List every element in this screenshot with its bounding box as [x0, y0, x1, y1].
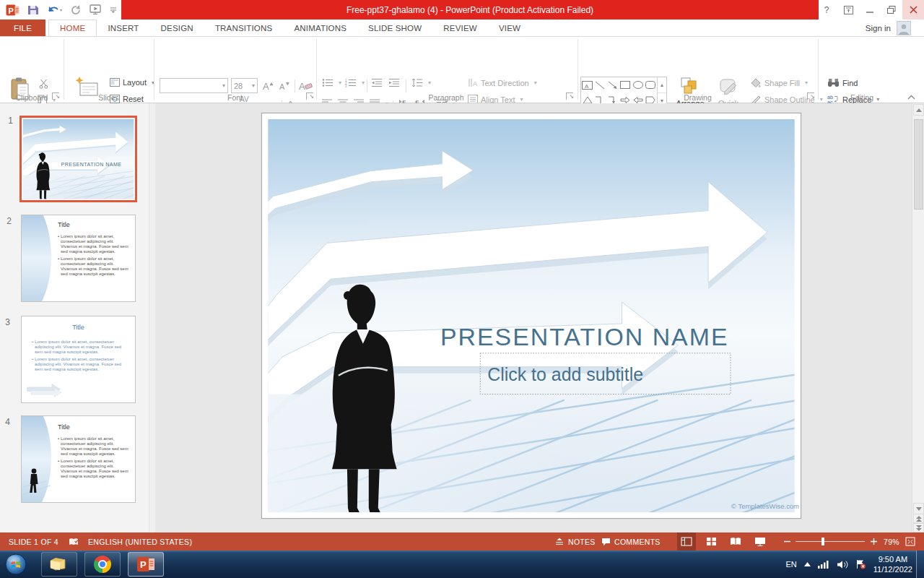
undo-button[interactable]: [47, 5, 63, 15]
tab-file[interactable]: FILE: [0, 20, 45, 36]
zoom-in-button[interactable]: [871, 532, 877, 551]
shape-textbox-icon[interactable]: A: [581, 77, 594, 92]
ribbon: Paste Clipboard New Slide Layout Rese: [0, 37, 924, 103]
clipboard-dialog-launcher[interactable]: [52, 92, 59, 100]
comments-button[interactable]: COMMENTS: [601, 532, 661, 551]
sign-in-link[interactable]: Sign in: [866, 20, 891, 37]
tab-view[interactable]: VIEW: [488, 20, 531, 36]
tab-design[interactable]: DESIGN: [150, 20, 204, 36]
ribbon-display-options-button[interactable]: [837, 0, 859, 20]
slide-thumbnail-1[interactable]: PRESENTATION NAME: [19, 116, 137, 202]
scrollbar-thumb[interactable]: [914, 119, 923, 210]
spell-check-icon[interactable]: [69, 532, 79, 551]
find-icon: [827, 78, 840, 87]
minimize-button[interactable]: [859, 0, 881, 20]
start-from-beginning-button[interactable]: [90, 4, 102, 15]
show-desktop-button[interactable]: [916, 551, 924, 578]
restore-button[interactable]: [881, 0, 902, 20]
shape-rectangle-icon[interactable]: [619, 77, 632, 92]
previous-slide-button[interactable]: [913, 514, 924, 523]
drawing-dialog-launcher[interactable]: [807, 92, 814, 100]
tab-home[interactable]: HOME: [48, 20, 97, 36]
scroll-down-button[interactable]: [913, 503, 924, 514]
language-switcher[interactable]: EN: [785, 560, 796, 569]
template-credit-text: © TemplatesWise.com: [731, 502, 799, 510]
quick-access-toolbar: P: [6, 1, 117, 18]
scroll-up-button[interactable]: [913, 104, 924, 116]
decrease-font-size-button[interactable]: A: [279, 78, 290, 93]
action-center-icon[interactable]: [855, 559, 866, 569]
subtitle-placeholder-text: Click to add subtitle: [487, 364, 643, 384]
taskbar-chrome-button[interactable]: [84, 552, 121, 577]
volume-icon[interactable]: [837, 560, 848, 569]
network-icon[interactable]: [818, 560, 829, 569]
shape-rounded-rectangle-icon[interactable]: [645, 77, 658, 92]
font-group-label: Font: [154, 93, 316, 102]
next-slide-button[interactable]: [913, 523, 924, 532]
zoom-out-button[interactable]: [784, 532, 790, 551]
close-button[interactable]: [902, 0, 924, 20]
font-name-combobox[interactable]: ▾: [160, 78, 228, 93]
find-button[interactable]: Find: [827, 78, 858, 87]
vertical-scrollbar[interactable]: [912, 103, 924, 532]
paragraph-dialog-launcher[interactable]: [566, 92, 573, 100]
slides-group-label: Slides: [64, 93, 154, 102]
shape-line-icon[interactable]: [594, 77, 607, 92]
increase-indent-button[interactable]: [388, 78, 400, 87]
title-bar: P Free-ppt37-ghalamo (4) - PowerPoint (P…: [0, 0, 924, 20]
font-size-combobox[interactable]: 28▾: [231, 78, 258, 93]
slideshow-view-button[interactable]: [751, 532, 770, 551]
help-button[interactable]: ?: [816, 0, 837, 20]
tab-animations[interactable]: ANIMATIONS: [283, 20, 357, 36]
editing-group-label: Editing: [818, 93, 906, 102]
increase-font-size-button[interactable]: A: [263, 78, 275, 93]
taskbar-clock[interactable]: 9:50 AM 11/12/2022: [873, 554, 912, 574]
customize-qat-button[interactable]: [110, 6, 117, 14]
gallery-scroll-up-icon[interactable]: ▲: [658, 77, 666, 93]
shape-oval-icon[interactable]: [632, 77, 645, 92]
zoom-slider-thumb[interactable]: [821, 538, 824, 545]
numbering-button[interactable]: 123: [345, 78, 365, 87]
shape-arrow-icon[interactable]: [606, 77, 619, 92]
text-direction-button[interactable]: A Text Direction: [468, 78, 537, 87]
zoom-percentage[interactable]: 79%: [884, 532, 899, 551]
shape-fill-button[interactable]: Shape Fill: [751, 78, 808, 87]
taskbar-explorer-button[interactable]: [41, 552, 77, 577]
thumb-3-arrow-graphic: [25, 381, 69, 398]
tab-slideshow[interactable]: SLIDE SHOW: [357, 20, 432, 36]
language-indicator[interactable]: ENGLISH (UNITED STATES): [88, 532, 192, 551]
svg-text:P: P: [140, 559, 147, 570]
cut-button[interactable]: [38, 78, 49, 89]
save-button[interactable]: [27, 4, 39, 16]
layout-button[interactable]: Layout: [110, 78, 154, 87]
slide-thumbnail-2[interactable]: Title •Lorem ipsum dolor sit amet, conse…: [21, 215, 136, 302]
notes-button[interactable]: NOTES: [554, 532, 596, 551]
show-hidden-icons-button[interactable]: [804, 562, 811, 566]
reading-view-button[interactable]: [726, 532, 745, 551]
slide-thumbnail-3[interactable]: Title •Lorem ipsum dolor sit amet, conse…: [21, 316, 136, 403]
tab-transitions[interactable]: TRANSITIONS: [204, 20, 284, 36]
slide-thumbnail-4[interactable]: Title •Lorem ipsum dolor sit amet, conse…: [21, 415, 136, 503]
decrease-indent-button[interactable]: [371, 78, 383, 87]
tab-review[interactable]: REVIEW: [432, 20, 488, 36]
collapse-ribbon-button[interactable]: [907, 95, 915, 100]
avatar[interactable]: [897, 21, 911, 35]
redo-button[interactable]: [71, 4, 82, 15]
font-dialog-launcher[interactable]: [306, 92, 313, 100]
slide-canvas[interactable]: PRESENTATION NAME Click to add subtitle …: [261, 113, 801, 519]
fit-slide-to-window-button[interactable]: [905, 532, 915, 551]
slide-sorter-view-button[interactable]: [702, 532, 720, 551]
font-size-value: 28: [234, 82, 243, 90]
tab-insert[interactable]: INSERT: [97, 20, 149, 36]
svg-text:P: P: [9, 6, 14, 14]
clear-formatting-button[interactable]: A: [299, 78, 313, 93]
bullets-button[interactable]: [322, 78, 341, 87]
taskbar-powerpoint-button[interactable]: P: [128, 552, 164, 577]
slide-indicator[interactable]: SLIDE 1 OF 4: [9, 532, 58, 551]
start-button[interactable]: [4, 553, 27, 576]
thumbnail-panel-scrollbar[interactable]: [149, 103, 155, 532]
normal-view-button[interactable]: [677, 532, 696, 551]
zoom-slider[interactable]: [796, 541, 865, 542]
line-spacing-button[interactable]: [411, 78, 431, 87]
svg-text:3: 3: [345, 85, 347, 87]
